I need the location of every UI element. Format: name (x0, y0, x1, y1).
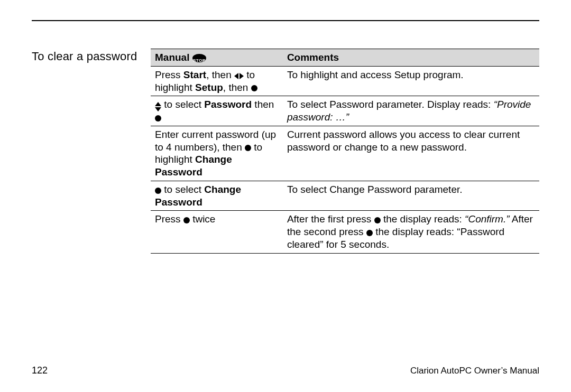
content-layout: To clear a password Manual Comments (32, 49, 539, 254)
text-italic: “Confirm.” (465, 213, 509, 225)
comments-cell: To highlight and access Setup program. (283, 66, 539, 96)
section-heading: To clear a password (32, 49, 151, 63)
manual-cell: Press Start, then to highlight Setup, th… (151, 66, 283, 96)
instruction-table: Manual Comments Press Start, then to hig… (151, 49, 539, 254)
text: Current password allows you access to cl… (287, 129, 520, 153)
text-bold: Setup (195, 82, 223, 93)
text-bold: Password (204, 99, 252, 110)
text: then (252, 99, 274, 110)
stop-icon (192, 54, 206, 62)
text: , then (223, 82, 251, 93)
table-row: Enter current password (up to 4 numbers)… (151, 126, 539, 181)
text: the display reads: (381, 213, 465, 225)
manual-cell: Enter current password (up to 4 numbers)… (151, 126, 283, 181)
enter-dot-icon (155, 115, 161, 122)
text: To select Password parameter. Display re… (287, 99, 494, 110)
table-row: to select Password then To select Passwo… (151, 96, 539, 126)
header-manual-text: Manual (155, 52, 189, 63)
instruction-table-wrap: Manual Comments Press Start, then to hig… (151, 49, 539, 254)
enter-dot-icon (374, 217, 381, 223)
comments-cell: After the first press the display reads:… (283, 211, 539, 253)
page-number: 122 (32, 365, 48, 376)
enter-dot-icon (155, 188, 161, 194)
text: twice (190, 213, 216, 225)
text-bold: Start (183, 69, 206, 80)
manual-cell: Press twice (151, 211, 283, 253)
text: To highlight and access Setup program. (287, 69, 464, 80)
text: To select Change Password parameter. (287, 184, 463, 195)
table-row: Press Start, then to highlight Setup, th… (151, 66, 539, 96)
up-down-arrows-icon (155, 102, 161, 111)
text: Press (155, 69, 183, 80)
manual-cell: to select Password then (151, 96, 283, 126)
manual-page: To clear a password Manual Comments (0, 0, 571, 392)
header-manual: Manual (151, 49, 283, 67)
top-rule (32, 20, 539, 21)
text: , then (206, 69, 234, 80)
text: to select (161, 99, 204, 110)
left-right-arrows-icon (234, 73, 244, 79)
comments-cell: To select Change Password parameter. (283, 181, 539, 211)
comments-cell: Current password allows you access to cl… (283, 126, 539, 181)
enter-dot-icon (183, 217, 190, 223)
table-header-row: Manual Comments (151, 49, 539, 67)
enter-dot-icon (245, 145, 251, 151)
text: After the first press (287, 213, 374, 225)
comments-cell: To select Password parameter. Display re… (283, 96, 539, 126)
enter-dot-icon (251, 85, 257, 91)
text: Press (155, 213, 183, 225)
manual-cell: to select Change Password (151, 181, 283, 211)
footer-text: Clarion AutoPC Owner’s Manual (410, 366, 539, 376)
table-row: to select Change Password To select Chan… (151, 181, 539, 211)
text: to select (161, 184, 204, 195)
table-row: Press twice After the first press the di… (151, 211, 539, 253)
header-comments: Comments (283, 49, 539, 67)
enter-dot-icon (366, 230, 373, 236)
